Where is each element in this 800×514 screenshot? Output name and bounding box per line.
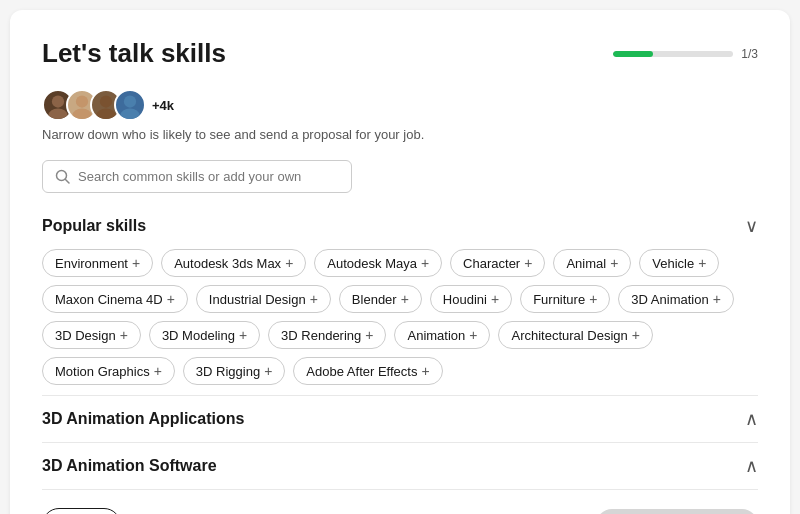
skill-plus-icon: + <box>239 327 247 343</box>
skill-tag[interactable]: 3D Rendering + <box>268 321 386 349</box>
skill-plus-icon: + <box>632 327 640 343</box>
svg-point-2 <box>76 95 88 107</box>
skill-tag[interactable]: Furniture + <box>520 285 610 313</box>
skill-tag[interactable]: Industrial Design + <box>196 285 331 313</box>
skill-plus-icon: + <box>285 255 293 271</box>
skill-plus-icon: + <box>154 363 162 379</box>
popular-skills-header[interactable]: Popular skills ∨ <box>42 215 758 237</box>
skill-tag[interactable]: Animal + <box>553 249 631 277</box>
popular-skills-title: Popular skills <box>42 217 146 235</box>
search-input[interactable] <box>78 169 339 184</box>
skill-tag[interactable]: Environment + <box>42 249 153 277</box>
skill-tag[interactable]: Adobe After Effects + <box>293 357 442 385</box>
svg-point-7 <box>120 109 139 122</box>
section-title: 3D Animation Applications <box>42 410 244 428</box>
skill-plus-icon: + <box>421 363 429 379</box>
back-button[interactable]: Back <box>42 508 121 514</box>
progress-label: 1/3 <box>741 47 758 61</box>
skill-plus-icon: + <box>264 363 272 379</box>
section-chevron: ∧ <box>745 455 758 477</box>
svg-point-1 <box>48 109 67 122</box>
skill-tag[interactable]: Motion Graphics + <box>42 357 175 385</box>
footer: Back Next: Project Size <box>42 489 758 514</box>
skill-tag[interactable]: 3D Design + <box>42 321 141 349</box>
skill-plus-icon: + <box>132 255 140 271</box>
skill-tag[interactable]: Architectural Design + <box>498 321 653 349</box>
main-card: Let's talk skills 1/3 +4k Narrow down wh <box>10 10 790 514</box>
page-title: Let's talk skills <box>42 38 226 69</box>
audience-count: +4k <box>152 98 174 113</box>
skill-plus-icon: + <box>698 255 706 271</box>
progress-track <box>613 51 733 57</box>
skill-plus-icon: + <box>365 327 373 343</box>
skill-plus-icon: + <box>524 255 532 271</box>
skill-tag[interactable]: 3D Animation + <box>618 285 734 313</box>
popular-skills-section: Popular skills ∨ Environment +Autodesk 3… <box>42 215 758 391</box>
collapsible-section[interactable]: 3D Animation Applications ∧ <box>42 395 758 442</box>
skill-tag[interactable]: Maxon Cinema 4D + <box>42 285 188 313</box>
section-chevron: ∧ <box>745 408 758 430</box>
section-header[interactable]: 3D Animation Software ∧ <box>42 443 758 489</box>
progress-fill <box>613 51 653 57</box>
sections-container: 3D Animation Applications ∧ 3D Animation… <box>42 395 758 489</box>
section-title: 3D Animation Software <box>42 457 217 475</box>
svg-point-3 <box>72 109 91 122</box>
progress-container: 1/3 <box>613 47 758 61</box>
next-button[interactable]: Next: Project Size <box>596 509 758 514</box>
skill-tag[interactable]: Blender + <box>339 285 422 313</box>
svg-point-4 <box>100 95 112 107</box>
skill-plus-icon: + <box>713 291 721 307</box>
svg-point-5 <box>96 109 115 122</box>
search-box[interactable] <box>42 160 352 193</box>
skill-plus-icon: + <box>610 255 618 271</box>
skill-tag[interactable]: Vehicle + <box>639 249 719 277</box>
skill-plus-icon: + <box>421 255 429 271</box>
popular-skills-chevron[interactable]: ∨ <box>745 215 758 237</box>
skill-tag[interactable]: Animation + <box>394 321 490 349</box>
skill-tag[interactable]: 3D Rigging + <box>183 357 286 385</box>
skill-tag[interactable]: Houdini + <box>430 285 512 313</box>
collapsible-section[interactable]: 3D Animation Software ∧ <box>42 442 758 489</box>
skill-plus-icon: + <box>491 291 499 307</box>
skill-plus-icon: + <box>167 291 175 307</box>
search-icon <box>55 169 70 184</box>
avatar-stack <box>42 89 146 121</box>
skill-plus-icon: + <box>120 327 128 343</box>
skill-plus-icon: + <box>401 291 409 307</box>
skill-tag[interactable]: Autodesk Maya + <box>314 249 442 277</box>
svg-point-6 <box>124 95 136 107</box>
avatars-row: +4k <box>42 89 758 121</box>
audience-subtitle: Narrow down who is likely to see and sen… <box>42 127 758 142</box>
skills-grid: Environment +Autodesk 3ds Max +Autodesk … <box>42 249 758 385</box>
svg-point-0 <box>52 95 64 107</box>
avatar <box>114 89 146 121</box>
skill-tag[interactable]: Autodesk 3ds Max + <box>161 249 306 277</box>
skill-plus-icon: + <box>469 327 477 343</box>
skill-tag[interactable]: Character + <box>450 249 545 277</box>
skill-plus-icon: + <box>589 291 597 307</box>
header-row: Let's talk skills 1/3 <box>42 38 758 69</box>
svg-line-9 <box>66 180 70 184</box>
skill-plus-icon: + <box>310 291 318 307</box>
section-header[interactable]: 3D Animation Applications ∧ <box>42 396 758 442</box>
skill-tag[interactable]: 3D Modeling + <box>149 321 260 349</box>
